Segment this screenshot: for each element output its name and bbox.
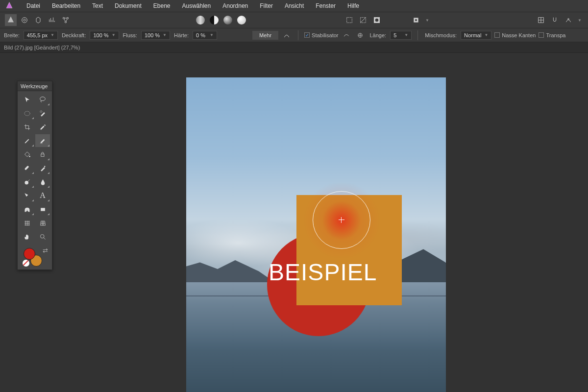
gradient-presets (195, 14, 247, 26)
svg-point-0 (22, 18, 27, 23)
blendmode-label: Mischmodus: (424, 32, 458, 38)
text-tool-icon[interactable]: A (35, 189, 50, 202)
eyedropper-tool-icon[interactable] (35, 121, 50, 133)
persona-develop-icon[interactable] (32, 14, 44, 26)
svg-rect-16 (40, 143, 42, 143)
crop-tool-icon[interactable] (20, 121, 34, 133)
length-field[interactable]: 5▼ (390, 31, 412, 40)
no-color-icon[interactable] (23, 260, 29, 267)
color-swatches[interactable]: ⇄ (18, 245, 52, 270)
svg-point-23 (40, 234, 44, 238)
persona-liquify-icon[interactable] (19, 14, 30, 26)
pressure-toggle-icon[interactable] (281, 30, 292, 40)
menu-auswaehlen[interactable]: Auswählen (177, 0, 216, 11)
window-mode-icon[interactable] (355, 30, 366, 40)
quick-mask-icon[interactable] (371, 14, 383, 26)
length-label: Länge: (368, 32, 387, 38)
menu-bar: Datei Bearbeiten Text Dokument Ebene Aus… (0, 0, 588, 12)
canvas[interactable]: BEISPIEL (186, 77, 446, 392)
persona-tone-icon[interactable] (46, 14, 58, 26)
pen-tool-icon[interactable] (20, 189, 34, 202)
flow-label: Fluss: (122, 32, 138, 38)
assistant-icon[interactable] (563, 14, 574, 26)
blur-tool-icon[interactable] (35, 175, 50, 188)
shape-tool-icon[interactable] (20, 203, 34, 216)
clone-tool-icon[interactable] (35, 148, 50, 161)
menu-hilfe[interactable]: Hilfe (343, 0, 364, 11)
transparent-checkbox[interactable]: Transpa (539, 32, 565, 38)
svg-point-2 (67, 17, 68, 19)
svg-point-14 (24, 111, 29, 116)
svg-rect-22 (41, 208, 45, 211)
rectangle-tool-icon[interactable] (35, 203, 50, 216)
swap-colors-icon[interactable]: ⇄ (43, 247, 48, 254)
menu-datei[interactable]: Datei (22, 0, 45, 11)
menu-ebene[interactable]: Ebene (148, 0, 175, 11)
grad-3-icon[interactable] (222, 14, 234, 26)
move-tool-icon[interactable] (20, 93, 34, 106)
hardness-field[interactable]: 0 %▼ (193, 31, 217, 40)
foreground-swatch[interactable] (24, 248, 35, 260)
svg-rect-4 (347, 18, 352, 23)
svg-point-20 (44, 166, 46, 167)
width-field[interactable]: 455,5 px▼ (24, 31, 58, 40)
svg-point-8 (375, 19, 379, 22)
svg-point-10 (415, 19, 417, 21)
selection-marquee-icon[interactable] (343, 14, 355, 26)
svg-point-21 (24, 181, 28, 185)
svg-point-13 (40, 97, 46, 101)
svg-point-3 (65, 21, 66, 23)
menu-text[interactable]: Text (87, 0, 108, 11)
assistant-dropdown-icon[interactable]: ▼ (576, 14, 583, 26)
persona-photo-icon[interactable] (5, 14, 17, 26)
paint-brush-tool-icon[interactable] (20, 134, 34, 147)
canvas-orange-rect (296, 195, 402, 305)
persona-export-icon[interactable] (60, 14, 72, 26)
wet-edges-checkbox[interactable]: Nasse Kanten (494, 32, 536, 38)
flow-field[interactable]: 100 %▼ (141, 31, 170, 40)
lasso-tool-icon[interactable] (35, 93, 50, 106)
arrange-dropdown-icon[interactable]: ▼ (424, 14, 431, 26)
menu-ansicht[interactable]: Ansicht (280, 0, 309, 11)
menu-fenster[interactable]: Fenster (311, 0, 341, 11)
opacity-field[interactable]: 100 %▼ (90, 31, 119, 40)
width-label: Breite: (3, 32, 21, 38)
overlay-brush-tool-icon[interactable] (35, 162, 50, 174)
grad-4-icon[interactable] (236, 14, 247, 26)
document-tab[interactable]: Bild (27).jpg [Geändert] (27,7%) (4, 45, 80, 50)
dodge-tool-icon[interactable] (20, 175, 34, 188)
svg-point-1 (63, 17, 64, 19)
menu-anordnen[interactable]: Anordnen (218, 0, 253, 11)
main-toolbar: ▼ ▼ (0, 12, 588, 28)
perspective-tool-icon[interactable] (35, 217, 50, 229)
opacity-label: Deckkraft: (61, 32, 87, 38)
arrange-target-icon[interactable] (410, 14, 422, 26)
snap-toggle-icon[interactable] (549, 14, 561, 26)
more-button[interactable]: Mehr (252, 31, 278, 40)
selection-diagonal-icon[interactable] (357, 14, 369, 26)
blendmode-field[interactable]: Normal▼ (461, 31, 491, 40)
zoom-tool-icon[interactable] (35, 230, 50, 243)
stabiliser-checkbox[interactable]: ✓Stabilisator (304, 32, 338, 38)
mesh-warp-tool-icon[interactable] (20, 217, 34, 229)
erase-brush-tool-icon[interactable] (35, 134, 50, 147)
menu-filter[interactable]: Filter (255, 0, 278, 11)
svg-point-17 (29, 156, 30, 157)
selection-brush-tool-icon[interactable] (35, 107, 50, 120)
pan-tool-icon[interactable] (20, 230, 34, 243)
fill-tool-icon[interactable] (20, 148, 34, 161)
healing-tool-icon[interactable] (20, 162, 34, 174)
svg-rect-18 (41, 154, 44, 156)
menu-dokument[interactable]: Dokument (110, 0, 147, 11)
grad-2-icon[interactable] (208, 14, 220, 26)
rope-mode-icon[interactable] (341, 30, 352, 40)
grad-1-icon[interactable] (195, 14, 206, 26)
tools-panel-title: Werkzeuge (18, 81, 52, 91)
grid-toggle-icon[interactable] (535, 14, 547, 26)
app-logo-icon (4, 0, 15, 11)
marquee-tool-icon[interactable] (20, 107, 34, 120)
hardness-label: Härte: (173, 32, 190, 38)
menu-bearbeiten[interactable]: Bearbeiten (47, 0, 85, 11)
tools-panel[interactable]: Werkzeuge A ⇄ (17, 81, 52, 270)
document-tab-strip: Bild (27).jpg [Geändert] (27,7%) (0, 42, 588, 53)
